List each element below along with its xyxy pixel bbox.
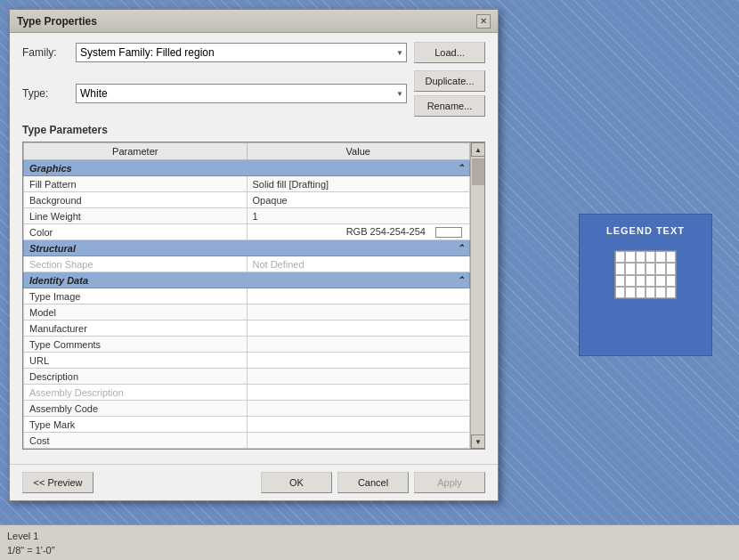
table-row: Color RGB 254-254-254 xyxy=(24,224,470,240)
params-table: Parameter Value Graphics ⌃ xyxy=(23,142,470,449)
legend-cell xyxy=(666,287,676,298)
apply-button[interactable]: Apply xyxy=(414,472,485,493)
table-row: Fill Pattern Solid fill [Drafting] xyxy=(24,176,470,192)
close-button[interactable]: ✕ xyxy=(476,14,491,28)
val-model[interactable] xyxy=(247,304,470,321)
legend-cell xyxy=(625,251,635,263)
table-container: Parameter Value Graphics ⌃ xyxy=(23,142,484,449)
duplicate-button[interactable]: Duplicate... xyxy=(414,70,485,92)
param-cost: Cost xyxy=(24,433,248,449)
val-color[interactable]: RGB 254-254-254 xyxy=(247,224,470,240)
legend-cell xyxy=(666,275,676,287)
val-assembly-desc xyxy=(247,385,470,401)
val-section-shape: Not Defined xyxy=(247,256,470,272)
scroll-thumb[interactable] xyxy=(472,158,484,185)
col-parameter: Parameter xyxy=(24,143,248,160)
legend-cell xyxy=(636,263,646,274)
load-btn-group: Load... xyxy=(414,42,485,63)
val-url[interactable] xyxy=(247,353,470,369)
val-line-weight[interactable]: 1 xyxy=(247,208,470,224)
table-row: Type Image xyxy=(24,288,470,304)
scroll-down-arrow[interactable]: ▼ xyxy=(471,434,485,449)
val-type-image[interactable] xyxy=(247,288,470,304)
type-label: Type: xyxy=(22,87,76,100)
legend-cell xyxy=(636,287,646,298)
dialog-titlebar: Type Properties ✕ xyxy=(10,10,498,33)
legend-panel: LEGEND TEXT xyxy=(579,214,712,356)
type-btn-group: Duplicate... Rename... xyxy=(414,70,485,117)
load-button[interactable]: Load... xyxy=(414,42,485,63)
scroll-track[interactable] xyxy=(471,157,484,434)
scrollbar[interactable]: ▲ ▼ xyxy=(470,142,484,449)
legend-cell xyxy=(655,287,665,298)
val-manufacturer[interactable] xyxy=(247,321,470,337)
legend-cell xyxy=(615,275,625,287)
legend-cell xyxy=(666,263,676,274)
ok-button[interactable]: OK xyxy=(261,472,332,493)
param-description: Description xyxy=(24,369,248,385)
param-model: Model xyxy=(24,304,248,321)
cancel-button[interactable]: Cancel xyxy=(337,472,409,493)
dialog-footer: << Preview OK Cancel Apply xyxy=(10,464,498,500)
family-select[interactable]: System Family: Filled region xyxy=(76,43,407,62)
status-level: Level 1 xyxy=(7,529,732,543)
table-row: Line Weight 1 xyxy=(24,208,470,224)
legend-cell xyxy=(655,263,665,274)
val-cost[interactable] xyxy=(247,433,470,449)
preview-button[interactable]: << Preview xyxy=(22,472,93,493)
legend-cell xyxy=(655,251,665,263)
param-type-mark: Type Mark xyxy=(24,417,248,433)
legend-cell xyxy=(655,275,665,287)
param-fill-pattern: Fill Pattern xyxy=(24,176,248,192)
param-section-shape: Section Shape xyxy=(24,256,248,272)
type-select[interactable]: White xyxy=(76,84,407,103)
param-type-image: Type Image xyxy=(24,288,248,304)
param-manufacturer: Manufacturer xyxy=(24,321,248,337)
legend-grid xyxy=(614,250,677,299)
color-value-text: RGB 254-254-254 xyxy=(346,226,426,237)
param-url: URL xyxy=(24,353,248,369)
table-row: Description xyxy=(24,369,470,385)
val-type-comments[interactable] xyxy=(247,337,470,353)
val-background[interactable]: Opaque xyxy=(247,192,470,208)
type-properties-dialog: Type Properties ✕ Family: System Family:… xyxy=(9,9,499,501)
type-select-wrapper: White xyxy=(76,84,407,103)
legend-cell xyxy=(625,263,635,274)
table-row: Cost xyxy=(24,433,470,449)
status-bar: Level 1 1/8" = 1'-0" xyxy=(0,524,739,560)
section-structural: Structural ⌃ xyxy=(24,240,470,256)
table-row: Assembly Description xyxy=(24,385,470,401)
val-type-mark[interactable] xyxy=(247,417,470,433)
val-fill-pattern[interactable]: Solid fill [Drafting] xyxy=(247,176,470,192)
scroll-up-arrow[interactable]: ▲ xyxy=(471,142,485,157)
val-assembly-code[interactable] xyxy=(247,401,470,417)
type-parameters-label: Type Parameters xyxy=(22,124,485,136)
legend-cell xyxy=(666,251,676,263)
family-select-wrapper: System Family: Filled region xyxy=(76,43,407,62)
table-row: Model xyxy=(24,304,470,321)
param-line-weight: Line Weight xyxy=(24,208,248,224)
table-row: Type Comments xyxy=(24,337,470,353)
param-type-comments: Type Comments xyxy=(24,337,248,353)
family-label: Family: xyxy=(22,46,76,59)
rename-button[interactable]: Rename... xyxy=(414,95,485,117)
legend-cell xyxy=(646,287,655,298)
collapse-identity-icon[interactable]: ⌃ xyxy=(457,275,464,285)
legend-cell xyxy=(615,287,625,298)
legend-cell xyxy=(636,251,646,263)
val-description[interactable] xyxy=(247,369,470,385)
collapse-structural-icon[interactable]: ⌃ xyxy=(457,243,464,253)
table-row: Assembly Code xyxy=(24,401,470,417)
legend-cell xyxy=(646,251,655,263)
param-background: Background xyxy=(24,192,248,208)
legend-cell xyxy=(615,251,625,263)
table-row: Section Shape Not Defined xyxy=(24,256,470,272)
footer-left: << Preview xyxy=(22,472,261,493)
collapse-graphics-icon[interactable]: ⌃ xyxy=(457,163,464,173)
param-color: Color xyxy=(24,224,248,240)
table-row: Background Opaque xyxy=(24,192,470,208)
dialog-title: Type Properties xyxy=(17,15,97,28)
color-swatch xyxy=(435,227,462,238)
table-row: URL xyxy=(24,353,470,369)
family-row: Family: System Family: Filled region Loa… xyxy=(22,42,485,63)
